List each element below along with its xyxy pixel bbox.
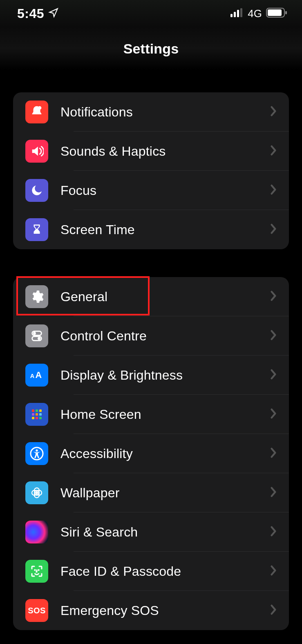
siri-icon bbox=[25, 521, 48, 543]
svg-rect-14 bbox=[32, 409, 34, 412]
svg-rect-5 bbox=[268, 9, 282, 16]
row-label: General bbox=[60, 289, 270, 304]
sos-icon: SOS bbox=[25, 599, 48, 622]
chevron-right-icon bbox=[270, 526, 277, 538]
row-label: Focus bbox=[60, 183, 270, 198]
svg-rect-18 bbox=[36, 413, 38, 416]
row-label: Notifications bbox=[60, 105, 270, 120]
svg-rect-3 bbox=[240, 8, 242, 17]
battery-icon bbox=[266, 8, 287, 19]
svg-rect-2 bbox=[237, 10, 239, 17]
row-label: Screen Time bbox=[60, 222, 270, 237]
row-display-brightness[interactable]: A A Display & Brightness bbox=[13, 356, 289, 395]
row-siri-search[interactable]: Siri & Search bbox=[13, 512, 289, 552]
svg-rect-17 bbox=[32, 413, 34, 416]
row-accessibility[interactable]: Accessibility bbox=[13, 434, 289, 473]
chevron-right-icon bbox=[270, 408, 277, 420]
face-id-icon bbox=[25, 560, 48, 583]
row-label: Home Screen bbox=[60, 407, 270, 422]
row-focus[interactable]: Focus bbox=[13, 171, 289, 210]
row-label: Accessibility bbox=[60, 446, 270, 461]
chevron-right-icon bbox=[270, 604, 277, 617]
svg-text:A: A bbox=[35, 370, 42, 380]
row-screen-time[interactable]: Screen Time bbox=[13, 210, 289, 249]
nav-header: Settings bbox=[0, 27, 302, 70]
location-icon bbox=[48, 6, 59, 21]
row-label: Siri & Search bbox=[60, 525, 270, 540]
svg-rect-20 bbox=[32, 417, 34, 419]
status-right: 4G bbox=[230, 7, 287, 20]
svg-rect-16 bbox=[39, 409, 42, 412]
focus-icon bbox=[25, 179, 48, 202]
row-emergency-sos[interactable]: SOS Emergency SOS bbox=[13, 591, 289, 630]
chevron-right-icon bbox=[270, 106, 277, 118]
chevron-right-icon bbox=[270, 224, 277, 236]
notifications-icon bbox=[25, 101, 48, 123]
page-title: Settings bbox=[123, 41, 179, 57]
row-label: Emergency SOS bbox=[60, 603, 270, 618]
svg-point-31 bbox=[38, 570, 39, 570]
accessibility-icon bbox=[25, 442, 48, 465]
cellular-signal-icon bbox=[230, 8, 244, 19]
svg-rect-15 bbox=[36, 409, 38, 412]
row-control-centre[interactable]: Control Centre bbox=[13, 316, 289, 356]
chevron-right-icon bbox=[270, 447, 277, 460]
control-centre-icon bbox=[25, 324, 48, 347]
row-label: Wallpaper bbox=[60, 485, 270, 501]
row-sounds-haptics[interactable]: Sounds & Haptics bbox=[13, 132, 289, 171]
svg-point-11 bbox=[38, 337, 40, 340]
svg-point-24 bbox=[36, 449, 38, 452]
chevron-right-icon bbox=[270, 565, 277, 577]
chevron-right-icon bbox=[270, 487, 277, 499]
svg-point-9 bbox=[33, 332, 36, 335]
settings-group-alerts: Notifications Sounds & Haptics bbox=[13, 92, 289, 249]
general-gear-icon bbox=[25, 285, 48, 308]
home-screen-icon bbox=[25, 403, 48, 426]
svg-point-30 bbox=[35, 570, 36, 570]
row-label: Sounds & Haptics bbox=[60, 144, 270, 159]
svg-text:A: A bbox=[30, 373, 35, 379]
chevron-right-icon bbox=[270, 330, 277, 342]
row-general[interactable]: General bbox=[13, 277, 289, 316]
display-brightness-icon: A A bbox=[25, 364, 48, 387]
settings-content: Notifications Sounds & Haptics bbox=[0, 70, 302, 630]
status-bar: 5:45 4G bbox=[0, 0, 302, 27]
row-label: Display & Brightness bbox=[60, 368, 270, 383]
screen-time-icon bbox=[25, 218, 48, 241]
svg-rect-22 bbox=[39, 417, 42, 419]
svg-rect-21 bbox=[36, 417, 38, 419]
sounds-icon bbox=[25, 140, 48, 163]
chevron-right-icon bbox=[270, 369, 277, 381]
row-face-id-passcode[interactable]: Face ID & Passcode bbox=[13, 552, 289, 591]
row-notifications[interactable]: Notifications bbox=[13, 92, 289, 132]
chevron-right-icon bbox=[270, 291, 277, 303]
wallpaper-icon bbox=[25, 481, 48, 504]
row-label: Face ID & Passcode bbox=[60, 564, 270, 579]
svg-rect-19 bbox=[39, 413, 42, 416]
svg-rect-0 bbox=[230, 14, 233, 17]
row-home-screen[interactable]: Home Screen bbox=[13, 395, 289, 434]
chevron-right-icon bbox=[270, 184, 277, 197]
row-label: Control Centre bbox=[60, 329, 270, 344]
row-wallpaper[interactable]: Wallpaper bbox=[13, 473, 289, 512]
status-time: 5:45 bbox=[17, 6, 44, 21]
chevron-right-icon bbox=[270, 145, 277, 157]
status-left: 5:45 bbox=[17, 6, 59, 21]
svg-rect-1 bbox=[234, 12, 236, 17]
network-type-label: 4G bbox=[248, 7, 262, 20]
svg-point-7 bbox=[38, 106, 42, 110]
settings-group-system: General Control Centre bbox=[13, 277, 289, 630]
svg-rect-6 bbox=[285, 11, 287, 14]
